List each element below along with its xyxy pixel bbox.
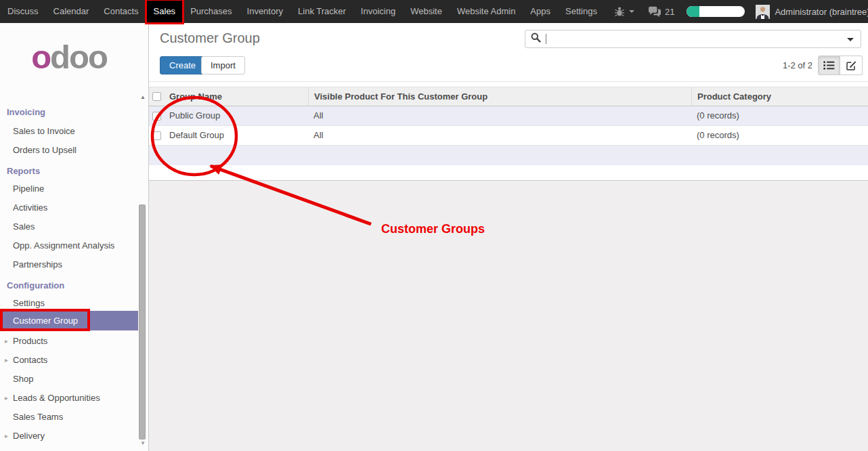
- search-dropdown-caret-icon[interactable]: [847, 38, 854, 41]
- nav-item-sales[interactable]: Sales: [146, 0, 183, 23]
- import-button[interactable]: Import: [201, 56, 245, 74]
- nav-item-contacts[interactable]: Contacts: [96, 0, 146, 23]
- sidebar-item-sales[interactable]: Sales: [0, 217, 138, 236]
- table-filler-row: [149, 165, 868, 181]
- nav-item-calendar[interactable]: Calendar: [46, 0, 97, 23]
- nav-item-website[interactable]: Website: [403, 0, 450, 23]
- cell-group-name: Default Group: [164, 126, 308, 145]
- chevron-right-icon: ▸: [5, 427, 8, 446]
- sidebar-item-activities[interactable]: Activities: [0, 198, 138, 217]
- debug-caret-down-icon[interactable]: [629, 10, 634, 13]
- sidebar-item-shop[interactable]: Shop: [0, 370, 138, 389]
- nav-item-website-admin[interactable]: Website Admin: [450, 0, 523, 23]
- nav-item-link-tracker[interactable]: Link Tracker: [290, 0, 353, 23]
- page-title: Customer Group: [160, 30, 260, 46]
- column-header-visible-product[interactable]: Visible Product For This Customer Group: [308, 87, 691, 106]
- sidebar-item-sales-teams[interactable]: Sales Teams: [0, 408, 138, 427]
- sidebar-item-sales-to-invoice[interactable]: Sales to Invoice: [0, 122, 138, 141]
- sidebar-section-configuration: Configuration: [0, 276, 138, 295]
- sidebar-item-settings[interactable]: Settings: [0, 294, 138, 313]
- list-view-icon: [823, 61, 835, 70]
- nav-item-apps[interactable]: Apps: [523, 0, 558, 23]
- scroll-up-icon[interactable]: ▲: [138, 94, 148, 100]
- chevron-right-icon: ▸: [5, 332, 8, 351]
- sidebar-item-leads-opportunities[interactable]: ▸Leads & Opportunities: [0, 389, 138, 408]
- select-all-checkbox[interactable]: [152, 92, 161, 101]
- form-view-button[interactable]: [840, 56, 863, 75]
- debug-bug-icon[interactable]: [614, 6, 625, 17]
- create-button[interactable]: Create: [160, 56, 205, 74]
- nav-item-invoicing[interactable]: Invoicing: [353, 0, 403, 23]
- nav-item-purchases[interactable]: Purchases: [183, 0, 239, 23]
- message-count-badge: 21: [665, 7, 674, 17]
- cell-visible-product: All: [308, 106, 691, 125]
- search-input[interactable]: [525, 30, 861, 48]
- search-icon: [531, 33, 541, 45]
- user-avatar[interactable]: [756, 5, 770, 19]
- cell-group-name: Public Group: [164, 106, 308, 125]
- row-checkbox[interactable]: [152, 112, 161, 121]
- table-header-row: Group Name Visible Product For This Cust…: [149, 87, 868, 106]
- nav-item-settings[interactable]: Settings: [558, 0, 605, 23]
- sidebar-section-invoicing: Invoicing: [0, 103, 138, 122]
- sidebar: odoo Invoicing Sales to Invoice Orders t…: [0, 23, 149, 451]
- table-row[interactable]: Public Group All (0 records): [149, 106, 868, 126]
- row-checkbox[interactable]: [152, 131, 161, 140]
- progress-fill: [687, 6, 699, 17]
- sidebar-item-customer-group[interactable]: Customer Group: [0, 311, 138, 330]
- messages-icon[interactable]: [648, 6, 661, 17]
- sidebar-item-opp-assignment-analysis[interactable]: Opp. Assignment Analysis: [0, 236, 138, 255]
- form-view-icon: [846, 61, 856, 70]
- navbar-right-tools: 21 Administrator (braintree): [605, 5, 868, 19]
- sidebar-item-contacts[interactable]: ▸Contacts: [0, 351, 138, 370]
- cell-visible-product: All: [308, 126, 691, 145]
- view-switcher: [818, 56, 863, 75]
- user-menu[interactable]: Administrator (braintree): [775, 7, 868, 17]
- sidebar-item-partnerships[interactable]: Partnerships: [0, 255, 138, 274]
- column-header-group-name[interactable]: Group Name: [164, 87, 308, 106]
- chevron-right-icon: ▸: [5, 351, 8, 370]
- column-header-product-category[interactable]: Product Category: [691, 87, 868, 106]
- control-panel-divider: [149, 81, 868, 82]
- sidebar-item-orders-to-upsell[interactable]: Orders to Upsell: [0, 141, 138, 160]
- text-cursor: [546, 34, 546, 44]
- progress-pill: [687, 6, 745, 17]
- cell-product-category: (0 records): [691, 106, 868, 125]
- sidebar-section-reports: Reports: [0, 162, 138, 181]
- sidebar-scrollbar-thumb[interactable]: [139, 205, 146, 439]
- sidebar-item-pipeline[interactable]: Pipeline: [0, 179, 138, 198]
- customer-group-table: Group Name Visible Product For This Cust…: [149, 87, 868, 181]
- pager-range: 1-2 of 2: [783, 60, 812, 70]
- list-view-button[interactable]: [818, 56, 840, 75]
- main-content: Customer Group Create Import 1-2 of 2: [149, 23, 868, 451]
- nav-item-inventory[interactable]: Inventory: [240, 0, 290, 23]
- table-row[interactable]: Default Group All (0 records): [149, 126, 868, 146]
- list-view-panel: Customer Group Create Import 1-2 of 2: [149, 23, 868, 181]
- table-filler-row: [149, 146, 868, 165]
- scroll-down-icon[interactable]: ▼: [138, 440, 148, 446]
- sidebar-item-products[interactable]: ▸Products: [0, 332, 138, 351]
- odoo-logo: odoo: [0, 38, 138, 76]
- cell-product-category: (0 records): [691, 126, 868, 145]
- top-navbar: Discuss Calendar Contacts Sales Purchase…: [0, 0, 868, 23]
- chevron-right-icon: ▸: [5, 389, 8, 408]
- nav-item-discuss[interactable]: Discuss: [0, 0, 46, 23]
- sidebar-item-delivery[interactable]: ▸Delivery: [0, 427, 138, 446]
